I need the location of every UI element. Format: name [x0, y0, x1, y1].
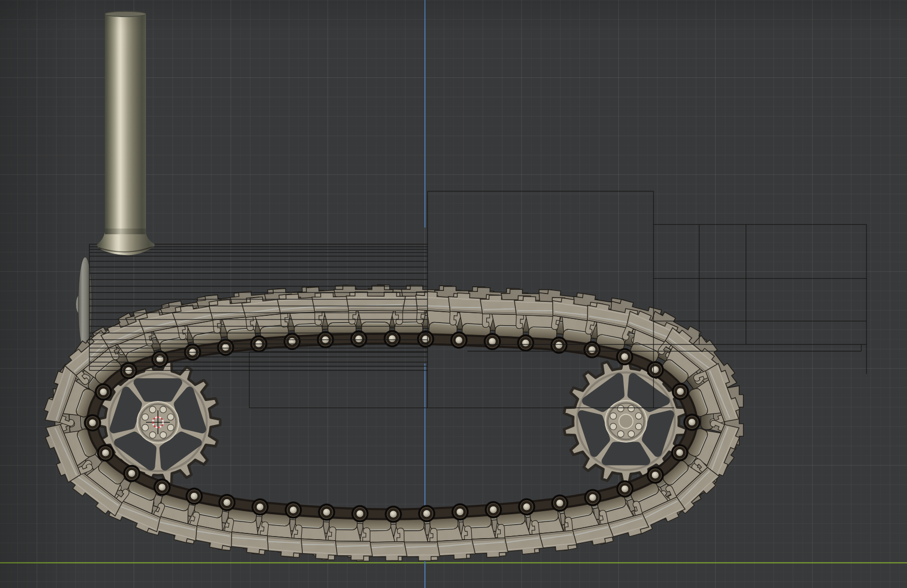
chain-pin — [285, 501, 302, 518]
hub-bolt — [160, 406, 167, 413]
chain-pin — [185, 488, 203, 505]
hub-center-hole — [619, 415, 633, 429]
chain-pin — [451, 503, 469, 520]
hub-bolt — [610, 423, 617, 430]
chain-pin — [97, 444, 114, 461]
chain-pin — [418, 505, 435, 522]
hub-bolt — [150, 406, 156, 413]
hub-bolt — [150, 432, 156, 438]
chain-pin — [647, 466, 664, 484]
chain-pin — [284, 333, 301, 350]
hub-bolt — [160, 432, 167, 438]
viewport-canvas — [0, 0, 907, 588]
chain-pin — [95, 383, 112, 400]
chain-pin — [583, 341, 601, 358]
chain-pin — [616, 348, 633, 365]
chain-pin — [84, 415, 101, 432]
chain-pin — [517, 335, 534, 352]
hub-bolt — [618, 405, 624, 412]
chain-pin — [617, 480, 634, 498]
chain-pin — [672, 383, 689, 400]
hub-bolt — [618, 431, 624, 437]
chain-pin — [154, 479, 171, 496]
sprocket-spoke-cutout — [138, 382, 178, 397]
hub-bolt — [167, 424, 174, 431]
chain-pin — [647, 361, 664, 378]
hub-bolt — [628, 431, 635, 437]
hub-bolt — [635, 423, 642, 430]
chain-pin — [485, 501, 502, 518]
hub-bolt — [142, 414, 149, 421]
hub-bolt — [635, 413, 642, 420]
chain-pin — [351, 505, 368, 523]
chimney-tube — [105, 14, 146, 234]
chain-pin — [151, 351, 168, 368]
chain-pin — [217, 339, 234, 356]
chain-pin — [251, 499, 269, 516]
chain-pin — [450, 331, 468, 349]
blender-viewport — [0, 0, 907, 588]
chain-pin — [518, 498, 535, 515]
chimney-object[interactable] — [97, 11, 155, 255]
chain-pin — [484, 333, 501, 350]
hub-bolt — [628, 405, 635, 412]
chain-pin — [584, 489, 602, 506]
hub-bolt — [167, 414, 174, 421]
chain-pin — [385, 506, 402, 523]
chain-pin — [551, 495, 568, 512]
chain-pin — [318, 504, 335, 521]
hub-bolt — [610, 413, 617, 420]
chain-pin — [671, 444, 688, 461]
sprocket-spoke-cutout — [606, 446, 646, 461]
chain-pin — [218, 494, 235, 511]
chain-pin — [684, 413, 701, 431]
hub-bolt — [142, 424, 149, 431]
chain-pin — [123, 465, 140, 482]
